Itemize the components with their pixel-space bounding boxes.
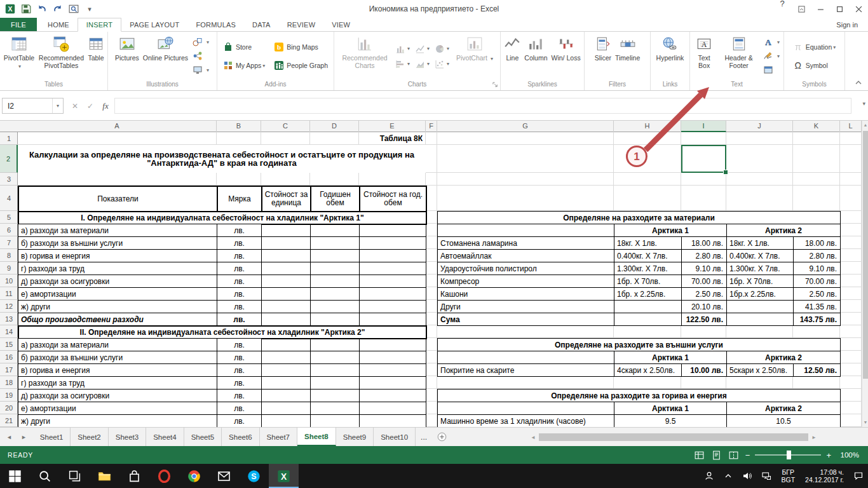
cell-B17[interactable]: лв. xyxy=(217,363,262,377)
cell-I8[interactable]: 2.80 лв. xyxy=(681,249,727,262)
sign-in-link[interactable]: Sign in xyxy=(836,18,868,31)
cell-I17[interactable]: 10.00 лв. xyxy=(681,363,727,377)
volume-button[interactable] xyxy=(738,471,757,481)
cell-K12[interactable]: 41.35 лв. xyxy=(793,300,841,313)
row-header-10[interactable]: 10 xyxy=(0,274,18,287)
row-header-21[interactable]: 21 xyxy=(0,414,18,427)
cell-H9[interactable]: 1.300кг. Х 7лв. xyxy=(614,262,682,275)
sheet-nav-right-icon[interactable]: ► xyxy=(21,434,27,440)
row-header-13[interactable]: 13 xyxy=(0,313,18,325)
cell-D11[interactable] xyxy=(310,287,360,301)
cell-A16[interactable]: б) разходи за външни услуги xyxy=(18,351,217,364)
cell-D16[interactable] xyxy=(310,351,360,364)
row-header-2[interactable]: 2 xyxy=(0,145,18,173)
cell-K10[interactable]: 70.00 лв. xyxy=(793,274,841,288)
cell-H7[interactable]: 18кг. Х 1лв. xyxy=(614,236,682,250)
cell-A14[interactable]: II. Определяне на индивидуалната себесто… xyxy=(18,325,427,339)
cell-J11[interactable]: 1бр.х 2.25лв. xyxy=(726,287,794,301)
cell-A13[interactable]: Общо производствени разходи xyxy=(18,313,217,326)
ribbon-tab-home[interactable]: HOME xyxy=(39,18,78,31)
col-header-D[interactable]: D xyxy=(310,121,359,132)
cell-H13[interactable] xyxy=(614,313,682,326)
cell-A17[interactable]: в) горива и енергия xyxy=(18,363,217,377)
win-loss-button[interactable]: Win/ Loss xyxy=(550,33,583,79)
row-header-3[interactable]: 3 xyxy=(0,173,18,186)
cell-I11[interactable]: 2.50 лв. xyxy=(681,287,727,301)
cell-B7[interactable]: лв. xyxy=(217,236,262,250)
pictures-button[interactable]: Pictures xyxy=(113,33,141,79)
cell-G7[interactable]: Стоманена ламарина xyxy=(437,236,614,250)
language-indicator[interactable]: БГР BGT xyxy=(776,468,800,484)
cell-A10[interactable]: д) разходи за осигуровки xyxy=(18,274,217,288)
cell-A6[interactable]: а) разходи за материали xyxy=(18,224,217,237)
cell-K9[interactable]: 9.10 лв. xyxy=(793,262,841,275)
cell-J20[interactable]: Арктика 2 xyxy=(726,402,841,415)
cell-B9[interactable]: лв. xyxy=(217,262,262,275)
cell-B13[interactable]: лв. xyxy=(217,313,262,326)
row-header-16[interactable]: 16 xyxy=(0,351,18,363)
cell-J8[interactable]: 0.400кг. Х 7лв. xyxy=(726,249,794,262)
people-button[interactable] xyxy=(700,471,719,481)
sheet-tabs-overflow[interactable]: ... xyxy=(416,428,432,446)
minimize-button[interactable] xyxy=(811,0,830,18)
cell-D20[interactable] xyxy=(310,402,360,415)
sheet-tab-sheet6[interactable]: Sheet6 xyxy=(222,428,259,446)
cell-H20[interactable]: Арктика 1 xyxy=(614,402,727,415)
cell-E10[interactable] xyxy=(359,274,426,288)
cell-A5[interactable]: I. Определяне на индивидуалната себестой… xyxy=(18,211,427,225)
cell-D9[interactable] xyxy=(310,262,360,275)
cell-J21[interactable]: 10.5 xyxy=(726,414,841,427)
slicer-button[interactable]: Slicer xyxy=(593,33,613,79)
cell-D13[interactable] xyxy=(310,313,360,326)
cell-C18[interactable] xyxy=(261,376,311,390)
cell-B15[interactable]: лв. xyxy=(217,338,262,351)
cell-K7[interactable]: 18.00 лв. xyxy=(793,236,841,250)
cell-D21[interactable] xyxy=(310,414,360,427)
ribbon-tab-page-layout[interactable]: PAGE LAYOUT xyxy=(121,18,187,31)
cell-C12[interactable] xyxy=(261,300,311,313)
my-apps-button[interactable]: My Apps▾ xyxy=(220,58,268,72)
cell-B10[interactable]: лв. xyxy=(217,274,262,288)
wordart-button[interactable]: A▾ xyxy=(761,35,782,49)
ribbon-tab-view[interactable]: VIEW xyxy=(323,18,358,31)
cell-A11[interactable]: е) амортизации xyxy=(18,287,217,301)
collapse-ribbon-icon[interactable] xyxy=(855,79,862,86)
people-graph-button[interactable]: People Graph xyxy=(271,58,330,72)
save-icon[interactable] xyxy=(21,4,31,14)
cell-J6[interactable]: Арктика 2 xyxy=(726,224,841,237)
cell-G6[interactable] xyxy=(437,224,614,237)
cell-E17[interactable] xyxy=(359,363,426,377)
row-header-7[interactable]: 7 xyxy=(0,236,18,249)
cell-A12[interactable]: ж) други xyxy=(18,300,217,313)
cancel-formula-button[interactable]: ✕ xyxy=(67,98,83,114)
scroll-up-icon[interactable]: ▲ xyxy=(862,121,868,130)
cell-K11[interactable]: 2.50 лв. xyxy=(793,287,841,301)
undo-icon[interactable] xyxy=(37,4,47,14)
excel-taskbar-button[interactable]: X xyxy=(269,464,299,488)
ribbon-tab-file[interactable]: FILE xyxy=(0,18,37,31)
recommended-pivottables-button[interactable]: Recommended PivotTables xyxy=(37,33,86,79)
opera-button[interactable] xyxy=(149,464,179,488)
cell-E13[interactable] xyxy=(359,313,426,326)
cell-C17[interactable] xyxy=(261,363,311,377)
ribbon-tab-formulas[interactable]: FORMULAS xyxy=(187,18,244,31)
cell-G15[interactable]: Определяне на разходите за външни услуги xyxy=(437,338,841,351)
vertical-scroll-thumb[interactable] xyxy=(863,131,868,379)
ribbon-tab-data[interactable]: DATA xyxy=(244,18,279,31)
sheet-tab-sheet3[interactable]: Sheet3 xyxy=(109,428,146,446)
camera-icon[interactable] xyxy=(69,4,79,14)
scroll-left-icon[interactable]: ◄ xyxy=(529,435,538,440)
row-header-17[interactable]: 17 xyxy=(0,363,18,376)
ribbon-tab-review[interactable]: REVIEW xyxy=(279,18,324,31)
cell-E15[interactable] xyxy=(359,338,426,351)
cell-J16[interactable]: Арктика 2 xyxy=(726,351,841,364)
cell-G9[interactable]: Удароустойчив полистирол xyxy=(437,262,614,275)
cell-B19[interactable]: лв. xyxy=(217,389,262,402)
cell-A4[interactable]: Показатели xyxy=(18,186,218,212)
col-header-G[interactable]: G xyxy=(437,121,614,132)
bing-maps-button[interactable]: bBing Maps xyxy=(271,40,330,54)
sheet-tab-sheet8[interactable]: Sheet8 xyxy=(297,428,336,446)
column-button[interactable]: Column xyxy=(522,33,549,79)
cell-A19[interactable]: д) разходи за осигуровки xyxy=(18,389,217,402)
cell-H6[interactable]: Арктика 1 xyxy=(614,224,727,237)
